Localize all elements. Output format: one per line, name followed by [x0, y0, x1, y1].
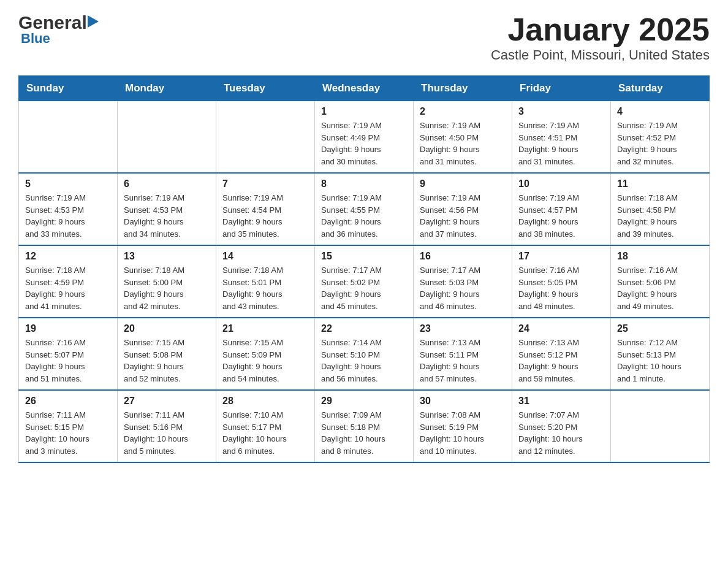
- calendar-body: 1Sunrise: 7:19 AM Sunset: 4:49 PM Daylig…: [19, 101, 710, 463]
- day-info: Sunrise: 7:12 AM Sunset: 5:13 PM Dayligh…: [617, 337, 703, 385]
- day-info: Sunrise: 7:19 AM Sunset: 4:53 PM Dayligh…: [124, 192, 210, 240]
- day-of-week-wednesday: Wednesday: [315, 76, 414, 101]
- day-number: 5: [25, 178, 111, 190]
- week-row-5: 26Sunrise: 7:11 AM Sunset: 5:15 PM Dayli…: [19, 390, 710, 462]
- day-info: Sunrise: 7:19 AM Sunset: 4:55 PM Dayligh…: [321, 192, 407, 240]
- calendar-cell: [216, 101, 315, 174]
- day-number: 27: [124, 396, 210, 407]
- day-number: 3: [518, 106, 604, 117]
- day-info: Sunrise: 7:09 AM Sunset: 5:18 PM Dayligh…: [321, 409, 407, 457]
- day-info: Sunrise: 7:18 AM Sunset: 5:01 PM Dayligh…: [222, 264, 308, 312]
- calendar-cell: 25Sunrise: 7:12 AM Sunset: 5:13 PM Dayli…: [611, 318, 710, 390]
- day-info: Sunrise: 7:19 AM Sunset: 4:53 PM Dayligh…: [25, 192, 111, 240]
- day-number: 23: [420, 323, 506, 334]
- day-info: Sunrise: 7:19 AM Sunset: 4:51 PM Dayligh…: [518, 120, 604, 167]
- page-header: General Blue January 2025 Castle Point, …: [18, 12, 710, 63]
- calendar-cell: 21Sunrise: 7:15 AM Sunset: 5:09 PM Dayli…: [216, 318, 315, 390]
- day-of-week-saturday: Saturday: [611, 76, 710, 101]
- calendar-cell: 1Sunrise: 7:19 AM Sunset: 4:49 PM Daylig…: [315, 101, 414, 174]
- day-number: 26: [25, 396, 111, 407]
- calendar-table: SundayMondayTuesdayWednesdayThursdayFrid…: [18, 75, 710, 463]
- day-info: Sunrise: 7:10 AM Sunset: 5:17 PM Dayligh…: [222, 409, 308, 457]
- day-number: 9: [420, 178, 506, 190]
- calendar-cell: 11Sunrise: 7:18 AM Sunset: 4:58 PM Dayli…: [611, 173, 710, 245]
- logo: General Blue: [18, 12, 99, 47]
- day-number: 6: [124, 178, 210, 190]
- day-info: Sunrise: 7:07 AM Sunset: 5:20 PM Dayligh…: [518, 409, 604, 457]
- day-of-week-sunday: Sunday: [19, 76, 118, 101]
- day-info: Sunrise: 7:17 AM Sunset: 5:03 PM Dayligh…: [420, 264, 506, 312]
- day-info: Sunrise: 7:19 AM Sunset: 4:49 PM Dayligh…: [321, 120, 407, 167]
- day-number: 17: [518, 251, 604, 262]
- day-info: Sunrise: 7:16 AM Sunset: 5:05 PM Dayligh…: [518, 264, 604, 312]
- logo-triangle-icon: [88, 15, 99, 30]
- calendar-cell: 17Sunrise: 7:16 AM Sunset: 5:05 PM Dayli…: [512, 245, 611, 318]
- day-of-week-monday: Monday: [118, 76, 216, 101]
- day-number: 15: [321, 251, 407, 262]
- days-of-week-row: SundayMondayTuesdayWednesdayThursdayFrid…: [19, 76, 710, 101]
- day-info: Sunrise: 7:18 AM Sunset: 5:00 PM Dayligh…: [124, 264, 210, 312]
- calendar-cell: 12Sunrise: 7:18 AM Sunset: 4:59 PM Dayli…: [19, 245, 118, 318]
- calendar-cell: 5Sunrise: 7:19 AM Sunset: 4:53 PM Daylig…: [19, 173, 118, 245]
- day-number: 29: [321, 396, 407, 407]
- calendar-cell: 3Sunrise: 7:19 AM Sunset: 4:51 PM Daylig…: [512, 101, 611, 174]
- day-info: Sunrise: 7:13 AM Sunset: 5:11 PM Dayligh…: [420, 337, 506, 385]
- calendar-cell: 31Sunrise: 7:07 AM Sunset: 5:20 PM Dayli…: [512, 390, 611, 462]
- calendar-header: SundayMondayTuesdayWednesdayThursdayFrid…: [19, 76, 710, 101]
- day-of-week-friday: Friday: [512, 76, 611, 101]
- day-number: 25: [617, 323, 703, 334]
- day-number: 12: [25, 251, 111, 262]
- day-info: Sunrise: 7:15 AM Sunset: 5:09 PM Dayligh…: [222, 337, 308, 385]
- day-number: 14: [222, 251, 308, 262]
- day-number: 24: [518, 323, 604, 334]
- title-block: January 2025 Castle Point, Missouri, Uni…: [491, 12, 710, 63]
- day-of-week-thursday: Thursday: [414, 76, 512, 101]
- calendar-cell: 23Sunrise: 7:13 AM Sunset: 5:11 PM Dayli…: [414, 318, 512, 390]
- day-number: 21: [222, 323, 308, 334]
- calendar-cell: 16Sunrise: 7:17 AM Sunset: 5:03 PM Dayli…: [414, 245, 512, 318]
- day-of-week-tuesday: Tuesday: [216, 76, 315, 101]
- day-info: Sunrise: 7:17 AM Sunset: 5:02 PM Dayligh…: [321, 264, 407, 312]
- calendar-cell: 7Sunrise: 7:19 AM Sunset: 4:54 PM Daylig…: [216, 173, 315, 245]
- day-info: Sunrise: 7:19 AM Sunset: 4:57 PM Dayligh…: [518, 192, 604, 240]
- day-info: Sunrise: 7:19 AM Sunset: 4:50 PM Dayligh…: [420, 120, 506, 167]
- day-info: Sunrise: 7:18 AM Sunset: 4:58 PM Dayligh…: [617, 192, 703, 240]
- calendar-cell: 9Sunrise: 7:19 AM Sunset: 4:56 PM Daylig…: [414, 173, 512, 245]
- calendar-cell: 24Sunrise: 7:13 AM Sunset: 5:12 PM Dayli…: [512, 318, 611, 390]
- day-number: 19: [25, 323, 111, 334]
- calendar-cell: 30Sunrise: 7:08 AM Sunset: 5:19 PM Dayli…: [414, 390, 512, 462]
- day-info: Sunrise: 7:14 AM Sunset: 5:10 PM Dayligh…: [321, 337, 407, 385]
- calendar-cell: [118, 101, 216, 174]
- week-row-3: 12Sunrise: 7:18 AM Sunset: 4:59 PM Dayli…: [19, 245, 710, 318]
- calendar-cell: 4Sunrise: 7:19 AM Sunset: 4:52 PM Daylig…: [611, 101, 710, 174]
- calendar-cell: 2Sunrise: 7:19 AM Sunset: 4:50 PM Daylig…: [414, 101, 512, 174]
- calendar-cell: 10Sunrise: 7:19 AM Sunset: 4:57 PM Dayli…: [512, 173, 611, 245]
- calendar-cell: 22Sunrise: 7:14 AM Sunset: 5:10 PM Dayli…: [315, 318, 414, 390]
- calendar-cell: 19Sunrise: 7:16 AM Sunset: 5:07 PM Dayli…: [19, 318, 118, 390]
- day-number: 22: [321, 323, 407, 334]
- day-info: Sunrise: 7:19 AM Sunset: 4:52 PM Dayligh…: [617, 120, 703, 167]
- week-row-1: 1Sunrise: 7:19 AM Sunset: 4:49 PM Daylig…: [19, 101, 710, 174]
- week-row-2: 5Sunrise: 7:19 AM Sunset: 4:53 PM Daylig…: [19, 173, 710, 245]
- day-number: 18: [617, 251, 703, 262]
- day-info: Sunrise: 7:19 AM Sunset: 4:56 PM Dayligh…: [420, 192, 506, 240]
- calendar-cell: 13Sunrise: 7:18 AM Sunset: 5:00 PM Dayli…: [118, 245, 216, 318]
- day-number: 31: [518, 396, 604, 407]
- day-info: Sunrise: 7:19 AM Sunset: 4:54 PM Dayligh…: [222, 192, 308, 240]
- week-row-4: 19Sunrise: 7:16 AM Sunset: 5:07 PM Dayli…: [19, 318, 710, 390]
- day-number: 13: [124, 251, 210, 262]
- calendar-cell: 15Sunrise: 7:17 AM Sunset: 5:02 PM Dayli…: [315, 245, 414, 318]
- calendar-cell: [19, 101, 118, 174]
- day-info: Sunrise: 7:13 AM Sunset: 5:12 PM Dayligh…: [518, 337, 604, 385]
- logo-general-text: General: [18, 12, 87, 33]
- day-number: 1: [321, 106, 407, 117]
- calendar-cell: 8Sunrise: 7:19 AM Sunset: 4:55 PM Daylig…: [315, 173, 414, 245]
- day-info: Sunrise: 7:16 AM Sunset: 5:06 PM Dayligh…: [617, 264, 703, 312]
- day-number: 2: [420, 106, 506, 117]
- day-info: Sunrise: 7:18 AM Sunset: 4:59 PM Dayligh…: [25, 264, 111, 312]
- day-number: 30: [420, 396, 506, 407]
- day-number: 20: [124, 323, 210, 334]
- day-number: 7: [222, 178, 308, 190]
- day-info: Sunrise: 7:11 AM Sunset: 5:15 PM Dayligh…: [25, 409, 111, 457]
- calendar-cell: 27Sunrise: 7:11 AM Sunset: 5:16 PM Dayli…: [118, 390, 216, 462]
